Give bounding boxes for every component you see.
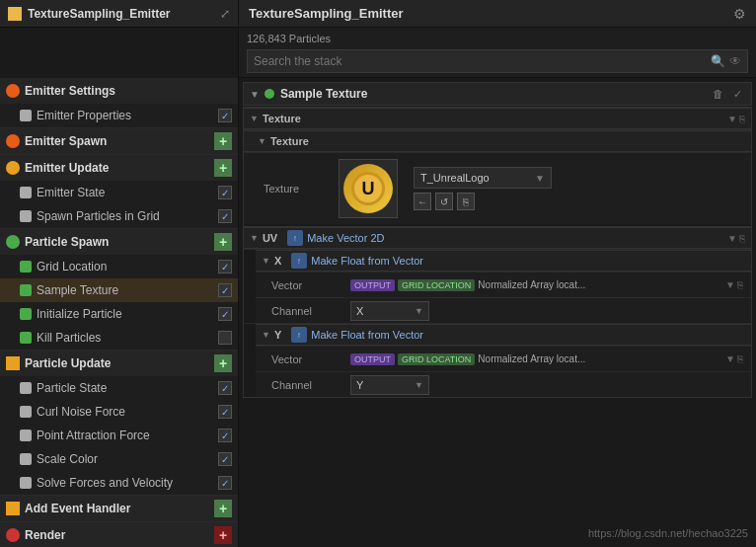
y-vector-row: Vector OUTPUT GRID LOCATION Normalized A… bbox=[256, 346, 751, 371]
sidebar-item-solve-forces[interactable]: Solve Forces and Velocity bbox=[0, 471, 238, 495]
texture-preview[interactable]: U bbox=[339, 159, 398, 218]
y-grid-badge: GRID LOCATION bbox=[398, 353, 475, 365]
particle-state-icon bbox=[20, 382, 32, 394]
search-icon: 🔍 bbox=[711, 54, 725, 68]
x-label: X bbox=[274, 255, 281, 267]
solve-forces-checkbox[interactable] bbox=[218, 476, 232, 490]
curl-noise-icon bbox=[20, 406, 32, 418]
section-add-event-label: Add Event Handler bbox=[25, 502, 214, 515]
emitter-state-checkbox[interactable] bbox=[218, 186, 232, 199]
section-particle-update-label: Particle Update bbox=[25, 356, 214, 370]
scale-color-checkbox[interactable] bbox=[218, 452, 232, 466]
section-emitter-settings-label: Emitter Settings bbox=[25, 84, 232, 98]
uv-section-header[interactable]: ▼ UV f Make Vector 2D ▼ ⎘ bbox=[244, 227, 751, 249]
texture-name-label: T_UnrealLogo bbox=[420, 172, 535, 184]
section-particle-update[interactable]: Particle Update + bbox=[0, 351, 238, 376]
svg-text:f: f bbox=[294, 235, 296, 242]
emitter-spawn-icon bbox=[6, 134, 20, 148]
delete-section-button[interactable]: 🗑 bbox=[710, 86, 725, 102]
section-emitter-spawn-label: Emitter Spawn bbox=[25, 134, 214, 148]
texture-name-dropdown[interactable]: T_UnrealLogo ▼ bbox=[414, 167, 552, 189]
section-emitter-update[interactable]: Emitter Update + bbox=[0, 155, 238, 181]
y-label: Y bbox=[274, 329, 281, 341]
texture-inner-chevron: ▼ bbox=[258, 136, 266, 146]
texture-chevron: ▼ bbox=[250, 114, 259, 123]
initialize-particle-icon bbox=[20, 308, 32, 320]
x-channel-dropdown[interactable]: X ▼ bbox=[350, 301, 429, 321]
curl-noise-checkbox[interactable] bbox=[218, 405, 232, 419]
y-vector-dropdown-icon: ▼ bbox=[725, 353, 735, 364]
make-float-y-icon: f bbox=[291, 327, 307, 343]
emitter-state-icon bbox=[20, 187, 32, 198]
sidebar-item-initialize-particle[interactable]: Initialize Particle bbox=[0, 302, 238, 326]
sample-texture-title: Sample Texture bbox=[280, 87, 710, 101]
y-badge-text: Normalized Array locat... bbox=[478, 353, 585, 364]
y-channel-row: Channel Y ▼ bbox=[256, 371, 751, 397]
search-input[interactable] bbox=[254, 54, 711, 68]
emitter-properties-checkbox[interactable] bbox=[218, 109, 232, 122]
y-section-header[interactable]: ▼ Y f Make Float from Vector bbox=[256, 324, 751, 346]
section-render[interactable]: Render + bbox=[0, 522, 238, 547]
sidebar-item-grid-location[interactable]: Grid Location bbox=[0, 255, 238, 278]
watermark: https://blog.csdn.net/hechao3225 bbox=[588, 527, 748, 539]
section-particle-spawn[interactable]: Particle Spawn + bbox=[0, 229, 238, 255]
particle-update-icon bbox=[6, 356, 20, 370]
kill-particles-checkbox[interactable] bbox=[218, 331, 232, 345]
sidebar-item-curl-noise[interactable]: Curl Noise Force bbox=[0, 400, 238, 424]
make-float-x-icon: f bbox=[291, 253, 307, 269]
x-vector-label: Vector bbox=[271, 279, 350, 291]
sidebar-item-scale-color[interactable]: Scale Color bbox=[0, 447, 238, 471]
particle-count: 126,843 Particles bbox=[247, 30, 748, 47]
spawn-particles-checkbox[interactable] bbox=[218, 209, 232, 223]
texture-picker-row: Texture U bbox=[244, 152, 751, 224]
texture-section-label: Texture bbox=[263, 113, 301, 124]
section-emitter-settings[interactable]: Emitter Settings bbox=[0, 78, 238, 104]
emitter-spawn-add-button[interactable]: + bbox=[214, 132, 232, 150]
texture-copy-button[interactable]: ⎘ bbox=[457, 193, 475, 210]
sidebar-item-emitter-properties[interactable]: Emitter Properties bbox=[0, 104, 238, 127]
sidebar-item-point-attraction[interactable]: Point Attraction Force bbox=[0, 424, 238, 447]
expand-icon[interactable]: ⤢ bbox=[220, 7, 230, 21]
texture-inner-header[interactable]: ▼ Texture bbox=[244, 130, 751, 152]
particle-update-add-button[interactable]: + bbox=[214, 354, 232, 372]
sidebar-item-particle-state[interactable]: Particle State bbox=[0, 376, 238, 400]
sidebar-item-kill-particles[interactable]: Kill Particles bbox=[0, 326, 238, 350]
x-channel-row: Channel X ▼ bbox=[256, 297, 751, 323]
x-section-header[interactable]: ▼ X f Make Float from Vector bbox=[256, 250, 751, 272]
section-add-event-handler[interactable]: Add Event Handler + bbox=[0, 496, 238, 521]
scale-color-icon bbox=[20, 453, 32, 465]
spawn-particles-icon bbox=[20, 210, 32, 222]
texture-property-label: Texture bbox=[264, 183, 333, 195]
add-event-add-button[interactable]: + bbox=[214, 500, 232, 517]
sidebar-item-sample-texture[interactable]: Sample Texture bbox=[0, 278, 238, 302]
y-vector-label: Vector bbox=[271, 353, 350, 365]
texture-section-header[interactable]: ▼ Texture ▼ ⎘ bbox=[244, 108, 751, 129]
render-add-button[interactable]: + bbox=[214, 526, 232, 544]
particle-spawn-add-button[interactable]: + bbox=[214, 233, 232, 251]
sample-texture-header[interactable]: ▼ Sample Texture 🗑 ✓ bbox=[243, 82, 752, 106]
sidebar-item-emitter-state[interactable]: Emitter State bbox=[0, 181, 238, 204]
settings-icon[interactable]: ⚙ bbox=[733, 6, 746, 22]
eye-icon: 👁 bbox=[729, 54, 741, 68]
make-vector-2d-icon: f bbox=[287, 230, 303, 246]
x-vector-dropdown-icon: ▼ bbox=[725, 279, 735, 290]
particle-state-checkbox[interactable] bbox=[218, 381, 232, 395]
uv-dropdown-icon: ▼ bbox=[727, 233, 737, 244]
section-settings-button[interactable]: ✓ bbox=[729, 86, 745, 102]
initialize-particle-checkbox[interactable] bbox=[218, 307, 232, 321]
point-attraction-checkbox[interactable] bbox=[218, 429, 232, 442]
emitter-update-add-button[interactable]: + bbox=[214, 159, 232, 177]
grid-location-checkbox[interactable] bbox=[218, 260, 232, 274]
sample-texture-icon bbox=[20, 284, 32, 296]
texture-search-button[interactable]: ↺ bbox=[435, 193, 453, 210]
x-channel-label: Channel bbox=[271, 305, 350, 317]
sidebar-item-spawn-particles-grid[interactable]: Spawn Particles in Grid bbox=[0, 204, 238, 228]
sample-texture-checkbox[interactable] bbox=[218, 283, 232, 297]
uv-label: UV bbox=[263, 232, 277, 244]
y-channel-dropdown[interactable]: Y ▼ bbox=[350, 375, 429, 395]
emitter-properties-icon bbox=[20, 110, 32, 121]
section-dot bbox=[265, 89, 274, 99]
texture-browse-button[interactable]: ← bbox=[414, 193, 431, 210]
section-emitter-spawn[interactable]: Emitter Spawn + bbox=[0, 128, 238, 154]
dropdown-arrow: ▼ bbox=[535, 173, 545, 184]
